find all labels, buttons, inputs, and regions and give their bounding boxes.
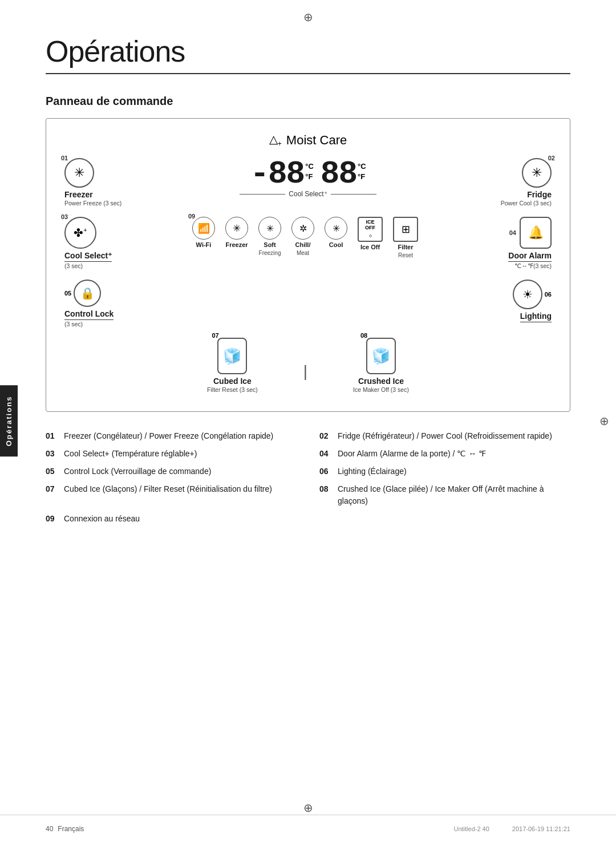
control-lock-button[interactable]: 🔒 (74, 280, 101, 307)
footer-date: 2017-06-19 11:21:21 (512, 825, 570, 832)
soft-label: Soft (264, 241, 275, 248)
freezer-center-icon: ✳ (233, 222, 241, 234)
footer-left: 40 Français (46, 825, 100, 833)
footer-page-number: 40 (46, 825, 53, 833)
door-alarm-icon: 🔔 (528, 225, 544, 240)
lighting-button[interactable]: ☀ (513, 280, 542, 309)
cubed-ice-button[interactable]: 🧊 (217, 338, 247, 374)
footer-right: Untitled-2 40 2017-06-19 11:21:21 (453, 825, 570, 832)
crosshair-top-icon: ⊕ (301, 10, 315, 24)
control-lock-label: Control Lock (64, 309, 114, 320)
desc-03: 03 Cool Select+ (Température réglable+) (46, 448, 297, 460)
filter-reset-group: ⊞ Filter Reset (393, 217, 418, 258)
desc-01: 01 Freezer (Congélateur) / Power Freeze … (46, 430, 297, 442)
fridge-label: Fridge (527, 190, 552, 199)
crushed-ice-button[interactable]: 🧊 (366, 338, 396, 374)
filter-label: Filter (398, 244, 414, 250)
cubed-ice-section: 07 🧊 Cubed Ice Filter Reset (3 sec) (207, 338, 258, 393)
ice-off-group: ICEOFF ⬦ Ice Off (358, 217, 383, 250)
soft-freezing-group: ✳ Soft Freezing (258, 217, 281, 256)
moist-care-text: Moist Care (286, 133, 347, 148)
fridge-number: 02 (548, 155, 555, 161)
top-row: 01 ✳ Freezer Power Freeze (3 sec) -88 °C… (64, 158, 552, 207)
ice-off-button[interactable]: ICEOFF ⬦ (358, 217, 383, 242)
cubed-ice-sublabel: Filter Reset (3 sec) (207, 386, 258, 393)
freezer-center-button[interactable]: ✳ (225, 217, 248, 240)
filter-sublabel: Reset (398, 252, 413, 258)
moist-care-icon: △+ (269, 132, 282, 148)
cool-select-button[interactable]: 03 ✤+ (64, 217, 96, 249)
page-title: Opérations (46, 34, 570, 68)
wifi-number: 09 (188, 213, 195, 220)
freezer-section: 01 ✳ Freezer Power Freeze (3 sec) (64, 158, 144, 207)
middle-row: 03 ✤+ Cool Select⁺ (3 sec) 09 📶 Wi-Fi (64, 217, 552, 269)
ice-off-label: Ice Off (360, 244, 380, 250)
soft-sublabel: Freezing (259, 250, 281, 256)
cubed-ice-label: Cubed Ice (213, 377, 252, 386)
freezer-button[interactable]: 01 ✳ (64, 158, 94, 188)
cool-select-number: 03 (61, 213, 68, 220)
desc-02: 02 Fridge (Réfrigérateur) / Power Cool (… (319, 430, 570, 442)
desc-06: 06 Lighting (Éclairage) (319, 465, 570, 477)
footer-filename: Untitled-2 40 (453, 825, 489, 832)
lighting-label: Lighting (520, 311, 552, 322)
chill-meat-button[interactable]: ✲ (291, 217, 314, 240)
cool-label: Cool (329, 241, 343, 248)
chill-meat-group: ✲ Chill/ Meat (291, 217, 314, 256)
ice-row: 07 🧊 Cubed Ice Filter Reset (3 sec) | 08… (64, 338, 552, 393)
freezer-sublabel: Power Freeze (3 sec) (64, 200, 121, 207)
filter-reset-icon: ⊞ (402, 223, 410, 236)
wifi-icon: 📶 (198, 222, 210, 234)
control-lock-sublabel: (3 sec) (64, 321, 83, 327)
cool-select-label: Cool Select⁺ (64, 251, 112, 262)
wifi-button-group: 09 📶 Wi-Fi (192, 217, 215, 248)
fridge-sublabel: Power Cool (3 sec) (501, 200, 552, 207)
descriptions-grid: 01 Freezer (Congélateur) / Power Freeze … (46, 430, 570, 525)
wifi-button[interactable]: 09 📶 (192, 217, 215, 240)
crushed-ice-label: Crushed Ice (358, 377, 404, 386)
ice-divider: | (303, 362, 307, 380)
desc-09: 09 Connexion au réseau (46, 513, 297, 525)
side-tab-label: Opérations (0, 386, 18, 457)
cool-group: ✳ Cool (325, 217, 347, 248)
desc-05: 05 Control Lock (Verrouillage de command… (46, 465, 297, 477)
fridge-button[interactable]: 02 ✳ (522, 158, 552, 188)
chill-sublabel: Meat (297, 250, 309, 256)
door-alarm-label: Door Alarm (508, 251, 552, 262)
door-alarm-button[interactable]: 🔔 (520, 217, 552, 249)
door-alarm-section: 04 🔔 Door Alarm ℃↔℉(3 sec) (472, 217, 552, 269)
page-footer: 40 Français Untitled-2 40 2017-06-19 11:… (0, 815, 616, 842)
control-lock-section: 05 🔒 Control Lock (3 sec) (64, 280, 114, 327)
footer-lang: Français (58, 825, 84, 833)
wifi-label: Wi-Fi (196, 241, 212, 248)
control-lock-icon: 🔒 (80, 286, 95, 300)
cool-select-section: 03 ✤+ Cool Select⁺ (3 sec) (64, 217, 139, 269)
freezer-display: -88 (250, 158, 304, 190)
cool-select-icon: ✤+ (74, 226, 87, 240)
center-display: -88 °C °F 88 °C °F (144, 158, 472, 201)
fridge-display: 88 (321, 158, 356, 190)
moist-care-label: △+ Moist Care (64, 132, 552, 148)
lighting-number: 06 (545, 291, 552, 298)
control-lock-number: 05 (64, 290, 71, 297)
lighting-icon: ☀ (522, 288, 533, 301)
freezer-label: Freezer (64, 190, 93, 199)
crosshair-bottom-icon: ⊕ (301, 801, 315, 815)
cool-select-line: Cool Select⁺ (236, 190, 379, 198)
cool-icon: ✳ (333, 223, 340, 234)
door-alarm-sublabel: ℃↔℉(3 sec) (514, 262, 552, 269)
lighting-section: ☀ 06 Lighting (513, 280, 552, 322)
fridge-icon: ✳ (532, 165, 542, 180)
control-panel: △+ Moist Care 01 ✳ Freezer Power Freeze … (46, 118, 570, 412)
fridge-section: 02 ✳ Fridge Power Cool (3 sec) (472, 158, 552, 207)
filter-reset-button[interactable]: ⊞ (393, 217, 418, 242)
control-lock-row: 05 🔒 Control Lock (3 sec) ☀ 06 Lighting (64, 280, 552, 327)
center-buttons: 09 📶 Wi-Fi ✳ Freezer ✳ S (139, 217, 472, 258)
desc-08: 08 Crushed Ice (Glace pilée) / Ice Maker… (319, 483, 570, 507)
soft-freezing-button[interactable]: ✳ (258, 217, 281, 240)
crushed-ice-number: 08 (360, 332, 367, 339)
cool-button[interactable]: ✳ (325, 217, 347, 240)
cubed-ice-number: 07 (212, 332, 218, 339)
crushed-ice-section: 08 🧊 Crushed Ice Ice Maker Off (3 sec) (353, 338, 409, 393)
freezer-btn-group: ✳ Freezer (225, 217, 248, 248)
